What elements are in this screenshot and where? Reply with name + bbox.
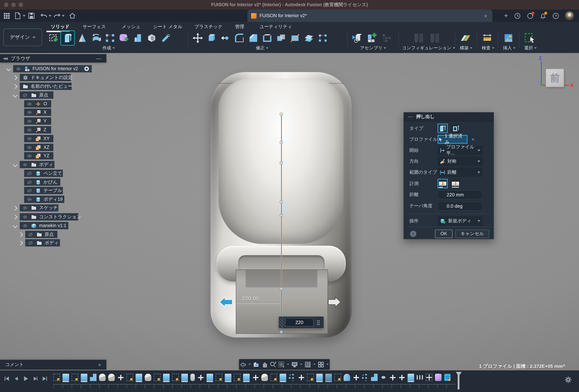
create-form-button[interactable]: [118, 31, 130, 45]
edit-point-button[interactable]: [219, 31, 232, 45]
timeline-go-to-end-button[interactable]: [42, 376, 48, 382]
combine-tool-button[interactable]: [275, 31, 287, 45]
extrude-center-axis-line[interactable]: [281, 114, 282, 333]
offset-face-button[interactable]: [303, 31, 315, 45]
timeline-item-extrude[interactable]: [136, 374, 142, 382]
timeline-item-loft[interactable]: [371, 374, 378, 381]
file-menu-icon[interactable]: [14, 12, 21, 19]
tree-row-body19[interactable]: ボディ19: [24, 196, 64, 203]
info-icon[interactable]: i: [410, 231, 416, 237]
timeline-item-extrude[interactable]: [316, 374, 323, 382]
press-pull-button[interactable]: [206, 31, 218, 45]
measure-whole-button[interactable]: [450, 179, 461, 188]
timeline-item-form[interactable]: [435, 374, 441, 381]
workspace-selector-button[interactable]: デザイン: [3, 28, 42, 46]
extensions-icon[interactable]: [514, 12, 521, 19]
comments-bar[interactable]: コメント +: [0, 360, 106, 370]
tree-row-bodies-folder[interactable]: ボディ: [13, 161, 55, 168]
zoom-icon[interactable]: [270, 361, 276, 368]
panel-minimize-icon[interactable]: —: [96, 55, 101, 62]
app-grid-icon[interactable]: [3, 12, 10, 19]
viewcube-front-face[interactable]: 前: [546, 69, 564, 87]
timeline-item-extrude[interactable]: [81, 374, 87, 382]
tree-row-y-axis[interactable]: Y: [24, 117, 51, 125]
extrude-dialog-header[interactable]: — 押し出し: [404, 112, 494, 121]
tree-row-body-table[interactable]: テーブル: [24, 187, 63, 194]
timeline-step-back-button[interactable]: [13, 376, 19, 382]
insert-group-label[interactable]: 挿入: [503, 45, 516, 51]
display-settings-caret[interactable]: [300, 364, 302, 365]
timeline-item-sketch-active[interactable]: [444, 374, 451, 381]
tree-row-root[interactable]: FUISON for Interior v2: [7, 65, 91, 73]
tab-surface[interactable]: サーフェス: [83, 23, 106, 30]
timeline-item-move[interactable]: [298, 374, 304, 381]
timeline-item-move[interactable]: [197, 374, 204, 381]
3d-viewport[interactable]: 220.00 220 前 Z X ◀◀ ブラウザ —: [0, 53, 579, 370]
assembly-group-label[interactable]: アセンブリ: [360, 45, 387, 51]
document-tab[interactable]: FUISON for Interior v2* ×: [247, 9, 492, 22]
redo-caret[interactable]: [62, 15, 65, 17]
revolve-tool-button[interactable]: [76, 31, 88, 45]
browser-panel-header[interactable]: ◀◀ ブラウザ —: [0, 54, 106, 63]
timeline-item-sketch[interactable]: [271, 374, 277, 381]
tab-mesh[interactable]: メッシュ: [122, 23, 140, 30]
direction-dropdown[interactable]: 対称: [437, 157, 483, 166]
viewports-caret[interactable]: [326, 364, 329, 365]
timeline-item-sketch[interactable]: [307, 374, 314, 381]
pipe-tool-button[interactable]: [159, 31, 172, 45]
tab-sheet-metal[interactable]: シート メタル: [153, 23, 182, 30]
timeline-item-freeform[interactable]: [99, 374, 106, 381]
insert-derive-button[interactable]: [351, 31, 363, 45]
modify-group-label[interactable]: 修正: [256, 45, 269, 51]
select-group-label[interactable]: 選択: [524, 45, 537, 51]
extrude-arrow-right[interactable]: [328, 296, 341, 308]
orbit-icon[interactable]: [240, 361, 246, 368]
pattern-tool-button[interactable]: [104, 31, 116, 45]
hole-tool-button[interactable]: [145, 31, 158, 45]
profile-clear-icon[interactable]: ×: [472, 136, 474, 142]
timeline-item-move[interactable]: [353, 374, 359, 381]
timeline-settings-gear-icon[interactable]: [565, 376, 572, 383]
timeline-item-move[interactable]: [389, 374, 396, 381]
timeline-item-freeform[interactable]: [108, 374, 115, 381]
axis-grip-point[interactable]: [280, 214, 283, 217]
axis-grip-point[interactable]: [280, 113, 283, 116]
pan-icon[interactable]: [261, 361, 268, 368]
timeline-item-extrude[interactable]: [181, 374, 188, 382]
home-icon[interactable]: [69, 12, 76, 19]
viewports-icon[interactable]: [318, 361, 324, 368]
save-icon[interactable]: [28, 12, 35, 19]
timeline-item-move[interactable]: [117, 374, 124, 381]
select-tool-button[interactable]: [523, 31, 536, 45]
configuration-button[interactable]: [412, 31, 425, 45]
pattern-face-button[interactable]: [317, 31, 329, 45]
zoom-window-icon[interactable]: [278, 361, 285, 368]
extent-type-dropdown[interactable]: 距離: [437, 167, 483, 177]
timeline-item-loft[interactable]: [90, 374, 96, 381]
new-tab-icon[interactable]: +: [504, 12, 508, 20]
help-icon[interactable]: [552, 12, 559, 19]
timeline-play-button[interactable]: [23, 376, 29, 382]
job-status-icon[interactable]: [527, 12, 534, 19]
configuration-group-label[interactable]: コンフィギュレーション: [402, 45, 455, 51]
tree-row-document-settings[interactable]: ドキュメントの設定: [13, 74, 71, 81]
timeline-item-extrude[interactable]: [408, 374, 414, 382]
zoom-window-caret[interactable]: [287, 364, 289, 365]
timeline-item-extrude[interactable]: [243, 374, 250, 382]
tree-row-origin-point[interactable]: O: [24, 100, 51, 107]
timeline-item-mirror[interactable]: [380, 374, 387, 381]
close-tab-icon[interactable]: ×: [483, 13, 489, 19]
timeline-item-move[interactable]: [398, 374, 405, 381]
timeline-item-sketch[interactable]: [72, 374, 78, 381]
file-menu-caret[interactable]: [23, 15, 26, 17]
create-group-label[interactable]: 作成: [102, 45, 115, 51]
construct-plane-button[interactable]: [459, 31, 472, 45]
dimension-input-field[interactable]: 220: [285, 318, 314, 326]
dimension-input-box[interactable]: 220: [279, 317, 323, 328]
chamfer-tool-button[interactable]: [247, 31, 260, 45]
tree-row-origin[interactable]: 原点: [13, 91, 53, 99]
activate-component-radio[interactable]: [82, 65, 92, 73]
timeline-item-transform[interactable]: [426, 374, 433, 381]
panel-collapse-icon[interactable]: ◀◀: [3, 56, 7, 60]
shell-tool-button[interactable]: [261, 31, 273, 45]
